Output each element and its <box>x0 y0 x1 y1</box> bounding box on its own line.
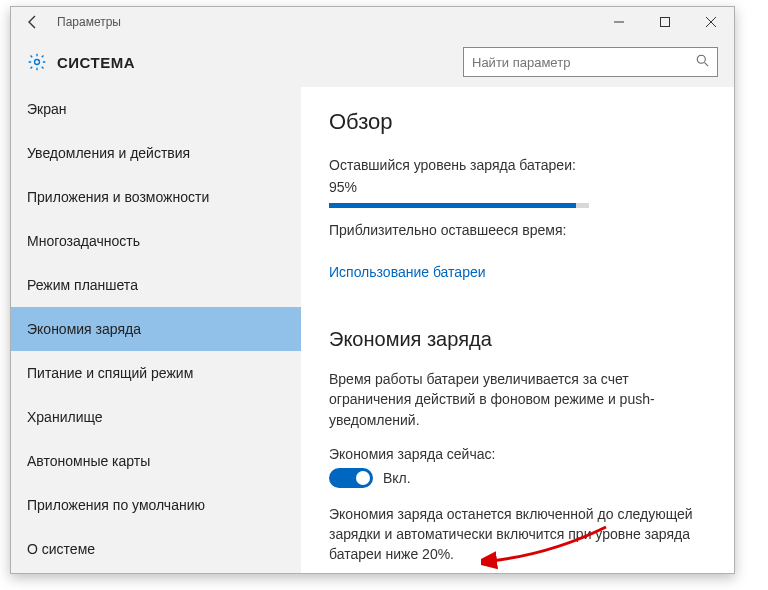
search-box[interactable] <box>463 47 718 77</box>
battery-saver-desc: Время работы батареи увеличивается за сч… <box>329 369 706 430</box>
sidebar-item-label: Приложения и возможности <box>27 189 209 205</box>
sidebar-item-label: Экран <box>27 101 67 117</box>
svg-line-4 <box>705 63 709 67</box>
sidebar-item-label: Хранилище <box>27 409 103 425</box>
saver-now-label: Экономия заряда сейчас: <box>329 446 706 462</box>
sidebar: ЭкранУведомления и действияПриложения и … <box>11 87 301 573</box>
battery-saver-toggle[interactable] <box>329 468 373 488</box>
svg-point-2 <box>35 60 40 65</box>
header: СИСТЕМА <box>11 37 734 87</box>
sidebar-item[interactable]: Питание и спящий режим <box>11 351 301 395</box>
battery-usage-link[interactable]: Использование батареи <box>329 264 486 280</box>
sidebar-item-label: Приложения по умолчанию <box>27 497 205 513</box>
svg-rect-1 <box>661 18 670 27</box>
battery-progress-fill <box>329 203 576 208</box>
battery-remaining-value: 95% <box>329 179 706 195</box>
sidebar-item-label: Питание и спящий режим <box>27 365 193 381</box>
titlebar: Параметры <box>11 7 734 37</box>
toggle-state-label: Вкл. <box>383 470 411 486</box>
sidebar-item[interactable]: Режим планшета <box>11 263 301 307</box>
close-button[interactable] <box>688 7 734 37</box>
sidebar-item[interactable]: Экран <box>11 87 301 131</box>
search-input[interactable] <box>472 55 696 70</box>
battery-saver-heading: Экономия заряда <box>329 328 706 351</box>
settings-window: Параметры СИСТЕМА ЭкранУведомления и дей… <box>10 6 735 574</box>
overview-heading: Обзор <box>329 109 706 135</box>
battery-progress <box>329 203 589 208</box>
sidebar-item-label: Экономия заряда <box>27 321 141 337</box>
sidebar-item-label: О системе <box>27 541 95 557</box>
sidebar-item[interactable]: Экономия заряда <box>11 307 301 351</box>
sidebar-item[interactable]: Уведомления и действия <box>11 131 301 175</box>
toggle-knob <box>356 471 370 485</box>
sidebar-item[interactable]: О системе <box>11 527 301 571</box>
content-pane: Обзор Оставшийся уровень заряда батареи:… <box>301 87 734 573</box>
battery-remaining-label: Оставшийся уровень заряда батареи: <box>329 157 706 173</box>
sidebar-item[interactable]: Хранилище <box>11 395 301 439</box>
sidebar-item-label: Многозадачность <box>27 233 140 249</box>
search-icon <box>696 54 709 70</box>
minimize-button[interactable] <box>596 7 642 37</box>
back-button[interactable] <box>11 7 55 37</box>
svg-point-3 <box>697 55 705 63</box>
time-remaining-label: Приблизительно оставшееся время: <box>329 222 706 238</box>
gear-icon <box>27 52 47 72</box>
battery-saver-note: Экономия заряда останется включенной до … <box>329 504 706 565</box>
section-title: СИСТЕМА <box>57 54 135 71</box>
sidebar-item[interactable]: Автономные карты <box>11 439 301 483</box>
sidebar-item-label: Автономные карты <box>27 453 150 469</box>
sidebar-item[interactable]: Приложения по умолчанию <box>11 483 301 527</box>
sidebar-item[interactable]: Многозадачность <box>11 219 301 263</box>
window-title: Параметры <box>55 15 121 29</box>
maximize-button[interactable] <box>642 7 688 37</box>
sidebar-item[interactable]: Приложения и возможности <box>11 175 301 219</box>
sidebar-item-label: Уведомления и действия <box>27 145 190 161</box>
sidebar-item-label: Режим планшета <box>27 277 138 293</box>
